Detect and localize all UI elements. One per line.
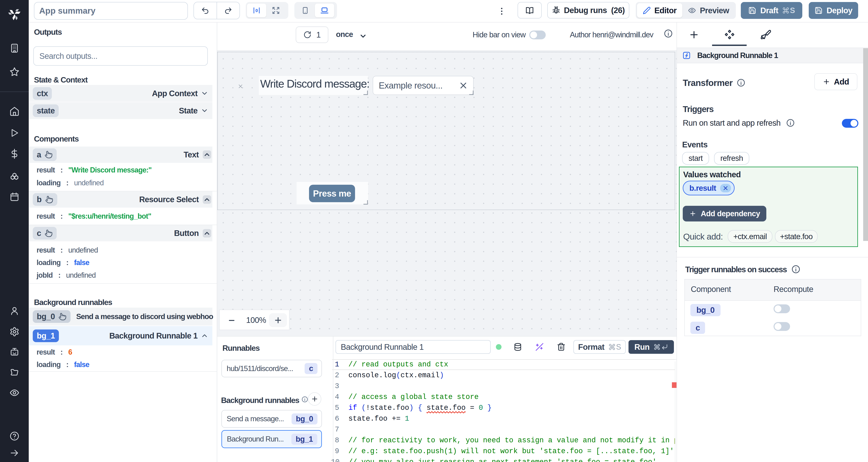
svg-text:0: 0 xyxy=(255,8,258,13)
